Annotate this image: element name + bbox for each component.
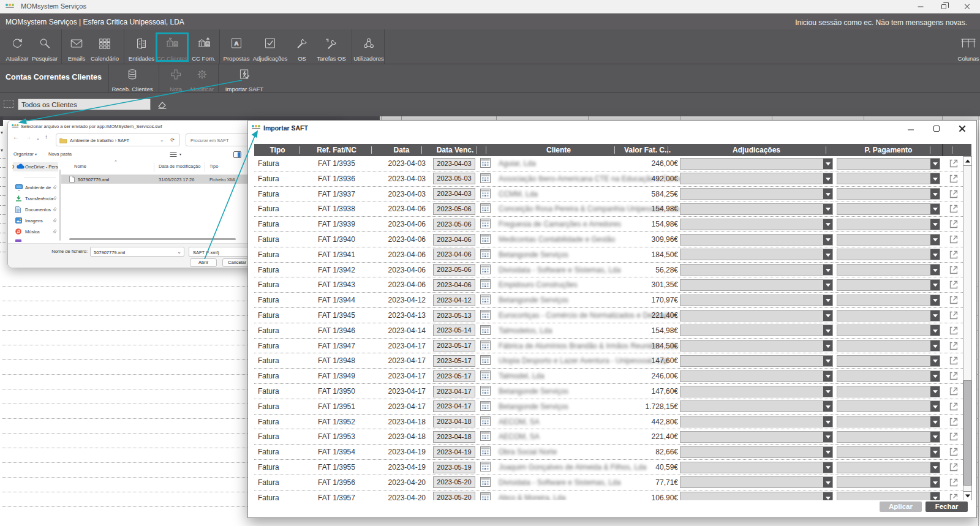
- import-table-row[interactable]: FaturaFAT 1/39552023-04-192023-05-19Joaq…: [254, 460, 971, 475]
- open-row-icon[interactable]: [949, 219, 959, 229]
- expand-chevron-icon[interactable]: ❯: [12, 164, 15, 168]
- dropdown-arrow-icon[interactable]: [930, 204, 940, 214]
- import-table-row[interactable]: FaturaFAT 1/39372023-04-032023-04-03CCMM…: [254, 187, 971, 202]
- organize-menu[interactable]: Organizar ▾: [13, 151, 37, 157]
- cell-data-venc-input[interactable]: 2023-04-06: [433, 279, 475, 291]
- open-row-icon[interactable]: [949, 341, 959, 351]
- toolbar-button-tarefas-os[interactable]: Tarefas OS: [316, 29, 347, 64]
- cell-data-venc-input[interactable]: 2023-05-20: [433, 476, 475, 488]
- sidebar-item-onedrive[interactable]: ❯OneDrive - Pers: [12, 162, 58, 171]
- open-row-icon[interactable]: [949, 447, 959, 457]
- calendar-picker-icon[interactable]: [480, 462, 491, 472]
- calendar-picker-icon[interactable]: [480, 325, 491, 335]
- pagamento-dropdown[interactable]: [837, 249, 940, 260]
- minimize-button[interactable]: [911, 0, 930, 13]
- cell-data-venc-input[interactable]: 2023-05-03: [433, 173, 475, 184]
- dropdown-arrow-icon[interactable]: [930, 265, 940, 275]
- open-row-icon[interactable]: [949, 432, 959, 441]
- open-row-icon[interactable]: [949, 295, 959, 305]
- breadcrumb[interactable]: Ambiente de trabalho › SAFT ⌄ ⟳: [56, 133, 180, 146]
- import-table-row[interactable]: FaturaFAT 1/39452023-04-132023-05-13Euro…: [254, 308, 971, 323]
- restore-button[interactable]: [935, 0, 953, 13]
- scroll-thumb[interactable]: [963, 380, 971, 486]
- pagamento-dropdown[interactable]: [837, 188, 940, 200]
- import-table-row[interactable]: FaturaFAT 1/39402023-04-062023-04-06Medi…: [254, 232, 971, 247]
- import-table-row[interactable]: FaturaFAT 1/39352023-04-032023-04-03Agui…: [254, 156, 971, 171]
- dropdown-arrow-icon[interactable]: [823, 159, 832, 169]
- cell-data-venc-input[interactable]: 2023-04-19: [433, 446, 475, 458]
- apply-button[interactable]: Aplicar: [880, 502, 922, 512]
- dropdown-arrow-icon[interactable]: [930, 325, 940, 336]
- import-table-row[interactable]: FaturaFAT 1/39432023-04-062023-04-06Empi…: [254, 277, 971, 293]
- open-row-icon[interactable]: [949, 235, 959, 244]
- scroll-up-button[interactable]: [963, 157, 971, 166]
- cell-data-venc-input[interactable]: 2023-04-17: [433, 386, 475, 397]
- pagamento-dropdown[interactable]: [837, 234, 940, 246]
- dropdown-arrow-icon[interactable]: [823, 447, 832, 457]
- import-column-header-adjudica-es[interactable]: Adjudicações: [678, 144, 835, 156]
- adjudicacoes-dropdown[interactable]: [680, 431, 833, 443]
- cell-data-venc-input[interactable]: 2023-05-20: [433, 492, 475, 500]
- cell-data-venc-input[interactable]: 2023-04-03: [433, 188, 475, 200]
- toolbar-button-adjudicacoes[interactable]: Adjudicações: [252, 29, 288, 64]
- calendar-picker-icon[interactable]: [480, 158, 491, 168]
- dropdown-arrow-icon[interactable]: [930, 401, 940, 411]
- pagamento-dropdown[interactable]: [837, 310, 940, 321]
- calendar-picker-icon[interactable]: [480, 416, 491, 426]
- import-table-scrollbar[interactable]: [963, 156, 972, 500]
- import-table-row[interactable]: FaturaFAT 1/39442023-04-122023-04-12Beta…: [254, 293, 971, 308]
- adjudicacoes-dropdown[interactable]: [680, 355, 833, 367]
- import-column-header-data-venc-[interactable]: Data Venc.: [431, 144, 480, 156]
- scroll-down-button[interactable]: [963, 491, 971, 500]
- dropdown-arrow-icon[interactable]: [823, 280, 832, 290]
- dropdown-arrow-icon[interactable]: [823, 492, 832, 500]
- cell-data-venc-input[interactable]: 2023-04-18: [433, 431, 475, 443]
- pagamento-dropdown[interactable]: [837, 264, 940, 276]
- pagamento-dropdown[interactable]: [837, 416, 940, 427]
- dropdown-arrow-icon[interactable]: [823, 477, 832, 487]
- dropdown-arrow-icon[interactable]: [823, 173, 832, 184]
- toolbar-button-nota[interactable]: Nota: [164, 64, 188, 92]
- open-row-icon[interactable]: [949, 326, 959, 336]
- adjudicacoes-dropdown[interactable]: [680, 279, 833, 291]
- dropdown-arrow-icon[interactable]: [930, 249, 940, 260]
- new-folder-button[interactable]: Nova pasta: [48, 151, 72, 157]
- pagamento-dropdown[interactable]: [837, 158, 940, 170]
- import-table-row[interactable]: FaturaFAT 1/39462023-04-142023-05-14Talm…: [254, 323, 971, 339]
- adjudicacoes-dropdown[interactable]: [680, 386, 833, 397]
- import-column-header-cliente[interactable]: Cliente: [494, 144, 623, 156]
- open-row-icon[interactable]: [949, 417, 959, 427]
- import-table-row[interactable]: FaturaFAT 1/39572023-04-202023-05-20Abco…: [254, 490, 971, 500]
- import-table-row[interactable]: FaturaFAT 1/39392023-04-062023-05-06Freg…: [254, 217, 971, 232]
- eraser-icon[interactable]: [157, 99, 168, 110]
- open-row-icon[interactable]: [949, 265, 959, 275]
- nav-up-icon[interactable]: ↑: [45, 133, 48, 140]
- calendar-picker-icon[interactable]: [480, 203, 491, 213]
- pagamento-dropdown[interactable]: [837, 219, 940, 230]
- open-row-icon[interactable]: [949, 189, 959, 199]
- client-filter-input[interactable]: Todos os Clientes: [18, 99, 151, 110]
- toolbar-button-propostas[interactable]: Propostas: [222, 29, 251, 64]
- pagamento-dropdown[interactable]: [837, 279, 940, 291]
- preview-pane-icon[interactable]: [233, 151, 241, 158]
- adjudicacoes-dropdown[interactable]: [680, 476, 833, 488]
- sidebar-item-partial[interactable]: [12, 238, 58, 242]
- sidebar-item-transferencias[interactable]: Transferência: [12, 194, 58, 203]
- calendar-picker-icon[interactable]: [480, 492, 491, 500]
- import-table-row[interactable]: FaturaFAT 1/39542023-04-192023-04-19Obra…: [254, 445, 971, 460]
- dropdown-arrow-icon[interactable]: [823, 295, 832, 306]
- adjudicacoes-dropdown[interactable]: [680, 340, 833, 351]
- import-table-row[interactable]: FaturaFAT 1/39562023-04-202023-05-20Divi…: [254, 475, 971, 490]
- pagamento-dropdown[interactable]: [837, 295, 940, 306]
- pagamento-dropdown[interactable]: [837, 173, 940, 184]
- nav-back-icon[interactable]: ←: [13, 133, 19, 140]
- open-row-icon[interactable]: [949, 478, 959, 487]
- adjudicacoes-dropdown[interactable]: [680, 416, 833, 427]
- calendar-picker-icon[interactable]: [480, 340, 491, 350]
- toolbar-button-receb-clientes[interactable]: Receb. Clientes: [111, 64, 153, 92]
- view-list-icon[interactable]: [170, 152, 177, 158]
- calendar-picker-icon[interactable]: [480, 265, 491, 274]
- import-minimize-button[interactable]: [904, 123, 918, 134]
- adjudicacoes-dropdown[interactable]: [680, 325, 833, 336]
- dropdown-arrow-icon[interactable]: [930, 492, 940, 500]
